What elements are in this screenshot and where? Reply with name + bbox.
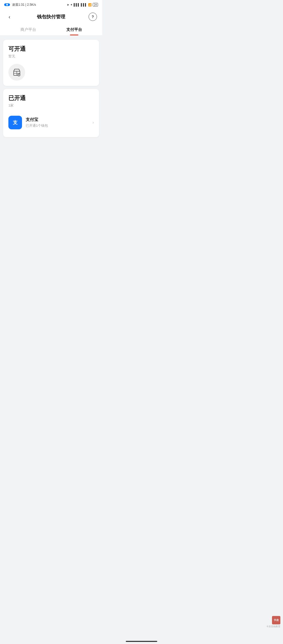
available-title: 可开通 (8, 45, 94, 53)
location-dot (6, 4, 8, 5)
empty-icon (8, 64, 25, 81)
status-bar: 凌晨1:31 | 2.5K/s ➤ ✦ ▌▌▌ ▌▌▌ 📶 24 (0, 0, 102, 9)
alipay-name: 支付宝 (26, 117, 89, 123)
wifi-icon: 📶 (88, 3, 92, 7)
tab-payment[interactable]: 支付平台 (51, 24, 97, 35)
tab-bar: 商户平台 支付平台 (0, 24, 102, 36)
alipay-info: 支付宝 已开通1个钱包 (26, 117, 89, 128)
activated-subtitle: 1家 (8, 103, 94, 108)
available-subtitle: 暂无 (8, 54, 94, 59)
help-icon: ? (92, 15, 94, 19)
signal2-icon: ▌▌▌ (81, 3, 87, 6)
alipay-desc: 已开通1个钱包 (26, 123, 89, 128)
bluetooth-icon: ✦ (70, 3, 73, 7)
activated-title: 已开通 (8, 94, 94, 102)
signal-icon: ▌▌▌ (74, 3, 80, 6)
svg-text:支: 支 (13, 120, 18, 125)
status-left: 凌晨1:31 | 2.5K/s (4, 3, 36, 7)
back-icon: ‹ (9, 14, 10, 20)
location-pill (4, 3, 10, 6)
tab-merchant[interactable]: 商户平台 (5, 24, 51, 35)
alipay-item[interactable]: 支 支付宝 已开通1个钱包 › (8, 113, 94, 132)
available-section: 可开通 暂无 (3, 40, 99, 86)
page-title: 钱包快付管理 (37, 14, 65, 20)
navigation-icon: ➤ (67, 3, 69, 7)
battery-indicator: 24 (93, 3, 98, 7)
activated-section: 已开通 1家 支 支付宝 已开通1个钱包 › (3, 89, 99, 137)
chevron-right-icon: › (92, 120, 94, 125)
status-time: 凌晨1:31 | 2.5K/s (12, 3, 36, 7)
help-button[interactable]: ? (89, 13, 97, 21)
alipay-logo: 支 (8, 116, 22, 129)
header: ‹ 钱包快付管理 ? (0, 9, 102, 24)
back-button[interactable]: ‹ (5, 13, 14, 21)
content-area: 可开通 暂无 已开通 1家 支 (0, 36, 102, 141)
status-right: ➤ ✦ ▌▌▌ ▌▌▌ 📶 24 (67, 3, 98, 7)
